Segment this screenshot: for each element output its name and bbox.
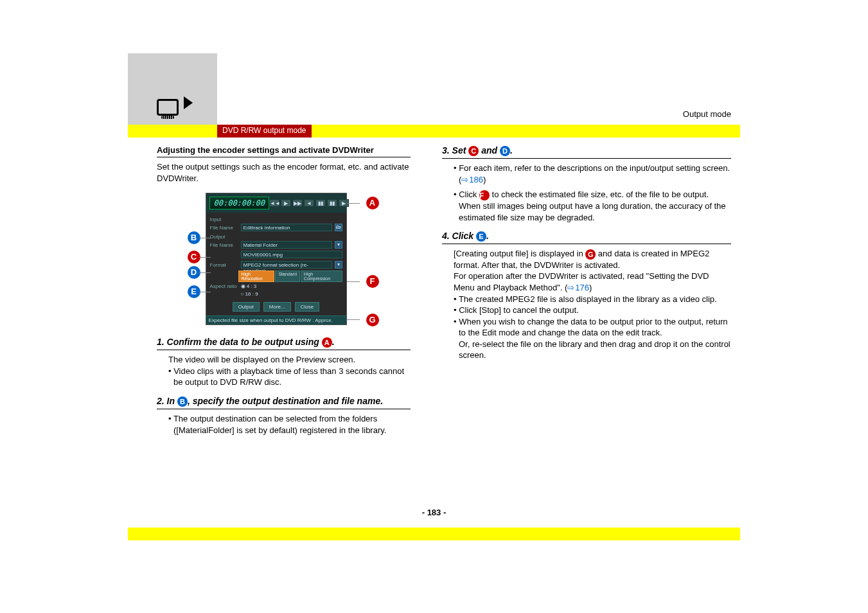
settings-screenshot: 00:00:00:00 ◄◄ ▶ ▶▶ ◄ ▮▮ ▮▮ ▶ Input bbox=[206, 193, 362, 325]
step4-bullet3: • When you wish to change the data to be… bbox=[454, 316, 731, 339]
step1-title: 1. Confirm the data to be output using A… bbox=[157, 337, 411, 350]
bottom-yellow-bar bbox=[128, 528, 740, 540]
callout-G: G bbox=[366, 314, 379, 326]
step4-bullet1: • The created MPEG2 file is also display… bbox=[454, 294, 731, 305]
page-number: - 183 - bbox=[0, 508, 868, 517]
format-field[interactable]: MPEG2 format selection (re-encoding) bbox=[241, 261, 332, 269]
callout-D: D bbox=[188, 266, 200, 279]
pause-button[interactable]: ▮▮ bbox=[315, 199, 326, 207]
intro-text: Set the output settings such as the enco… bbox=[157, 161, 411, 184]
step-back-button[interactable]: ◄ bbox=[304, 199, 314, 207]
step4-body3: Or, re-select the file on the library an… bbox=[454, 339, 731, 361]
input-filename-label: File Name bbox=[210, 225, 238, 231]
header-device-icon bbox=[157, 96, 193, 118]
badge-A-inline: A bbox=[322, 337, 332, 348]
section-title: DVD R/RW output mode bbox=[217, 125, 312, 138]
subsection-heading: Adjusting the encoder settings and activ… bbox=[157, 145, 411, 157]
callout-A: A bbox=[366, 197, 379, 209]
output-folder-dropdown[interactable]: ▾ bbox=[335, 241, 342, 249]
callout-F: F bbox=[366, 275, 379, 288]
format-dropdown[interactable]: ▾ bbox=[335, 261, 342, 269]
browse-icon[interactable]: 🗁 bbox=[335, 224, 342, 231]
aspect-16-9[interactable]: ○ 16 : 9 bbox=[241, 291, 258, 297]
link-176[interactable]: 176 bbox=[567, 283, 589, 292]
step4-title: 4. Click E. bbox=[442, 231, 731, 244]
badge-E-inline: E bbox=[476, 231, 486, 242]
output-folder-field[interactable]: Material Folder bbox=[241, 241, 332, 249]
output-section-label: Output bbox=[210, 234, 342, 240]
step1-body2: • Video clips with a playback time of le… bbox=[168, 366, 411, 388]
frame-step-button[interactable]: ▮▮ bbox=[327, 199, 337, 207]
step4-body2: For operation after the DVDWriter is act… bbox=[454, 271, 731, 293]
badge-D-inline: D bbox=[500, 146, 510, 156]
expected-size-footer: Expected file size when output to DVD R/… bbox=[206, 315, 346, 324]
output-filename-field[interactable]: MOVIE0001.mpg bbox=[241, 251, 342, 258]
format-label: Format bbox=[210, 262, 238, 268]
callout-C: C bbox=[188, 251, 200, 263]
tab-high-compression[interactable]: High Compression bbox=[301, 271, 342, 282]
more-button[interactable]: More... bbox=[263, 302, 291, 312]
timecode-display: 00:00:00:00 bbox=[209, 197, 269, 209]
step2-body: • The output destination can be selected… bbox=[168, 413, 411, 436]
badge-F-inline: F bbox=[479, 190, 490, 200]
close-button[interactable]: Close bbox=[295, 302, 319, 312]
step4-bullet2: • Click [Stop] to cancel the output. bbox=[454, 305, 731, 316]
step3-body1: • For each item, refer to the descriptio… bbox=[454, 163, 731, 185]
step3-body2: • Click F to check the estimated file si… bbox=[454, 189, 731, 200]
badge-B-inline: B bbox=[177, 396, 188, 407]
aspect-ratio-label: Aspect ratio bbox=[210, 283, 238, 289]
output-mode-label: Output mode bbox=[683, 109, 731, 119]
output-filename-label: File Name bbox=[210, 242, 238, 248]
step4-body1: [Creating output file] is displayed in G… bbox=[454, 248, 731, 271]
output-button[interactable]: Output bbox=[233, 302, 260, 312]
play-button[interactable]: ▶ bbox=[281, 199, 291, 207]
badge-C-inline: C bbox=[468, 146, 479, 156]
callout-E: E bbox=[188, 285, 200, 298]
callout-B: B bbox=[188, 231, 200, 244]
input-filename-field[interactable]: Edittrack information bbox=[241, 224, 332, 231]
step3-body3: When still images being output have a lo… bbox=[454, 200, 731, 223]
link-186[interactable]: 186 bbox=[461, 175, 483, 184]
input-section-label: Input bbox=[210, 217, 342, 222]
step2-title: 2. In B, specify the output destination … bbox=[157, 396, 411, 409]
tab-high-resolution[interactable]: High Resolution bbox=[238, 271, 275, 282]
step3-title: 3. Set C and D. bbox=[442, 145, 731, 159]
aspect-4-3[interactable]: ◉ 4 : 3 bbox=[241, 283, 257, 289]
tab-standard[interactable]: Standard bbox=[275, 271, 299, 282]
step1-body1: The video will be displayed on the Previ… bbox=[168, 354, 411, 366]
fastfwd-button[interactable]: ▶▶ bbox=[292, 199, 303, 207]
badge-G-inline: G bbox=[585, 249, 596, 260]
playback-controls[interactable]: ◄◄ ▶ ▶▶ ◄ ▮▮ ▮▮ ▶ bbox=[269, 199, 349, 207]
rewind-button[interactable]: ◄◄ bbox=[269, 199, 279, 207]
